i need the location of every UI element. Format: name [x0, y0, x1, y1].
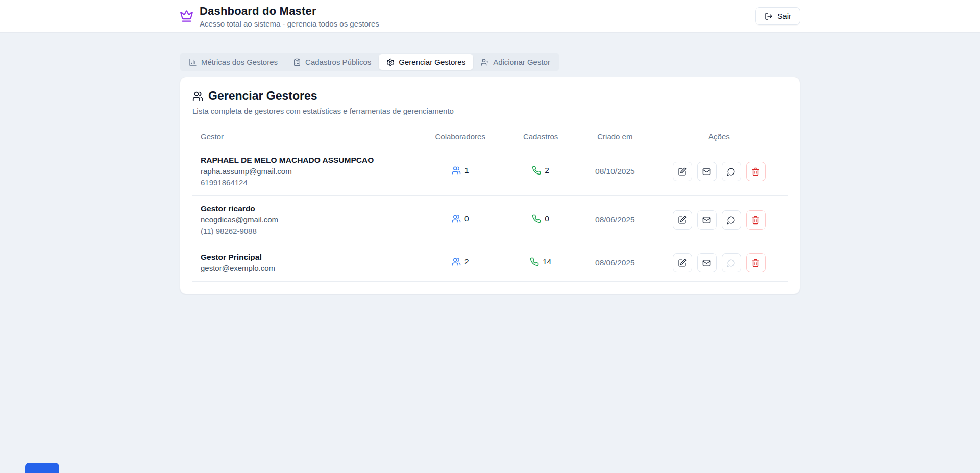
app-header: Dashboard do Master Acesso total ao sist…	[0, 0, 980, 33]
tab-cadastros-publicos[interactable]: Cadastros Públicos	[285, 54, 379, 70]
email-button[interactable]	[697, 162, 717, 181]
tab-label: Cadastros Públicos	[305, 58, 371, 66]
table-row: Gestor Principal gestor@exemplo.com 2	[192, 244, 788, 282]
panel-title-text: Gerenciar Gestores	[208, 89, 317, 103]
cadastros-count: 14	[530, 257, 551, 266]
brand: Dashboard do Master Acesso total ao sist…	[180, 5, 379, 28]
message-button[interactable]	[722, 210, 741, 230]
chat-icon	[727, 167, 736, 176]
gestor-phone: 61991864124	[201, 177, 410, 188]
panel-title: Gerenciar Gestores	[192, 89, 788, 103]
email-button[interactable]	[697, 253, 717, 272]
users-icon	[452, 214, 461, 223]
edit-button[interactable]	[673, 253, 692, 272]
cadastros-count: 2	[532, 166, 549, 175]
mail-icon	[702, 216, 711, 225]
bar-chart-icon	[189, 58, 197, 66]
logout-label: Sair	[777, 12, 791, 20]
gestor-email: gestor@exemplo.com	[201, 263, 410, 274]
chat-icon	[727, 216, 736, 225]
tab-label: Métricas dos Gestores	[201, 58, 278, 66]
chat-icon	[727, 259, 736, 267]
gestor-name: Gestor Principal	[201, 252, 410, 263]
panel-subtitle: Lista completa de gestores com estatísti…	[192, 107, 788, 115]
user-plus-icon	[481, 58, 489, 66]
gestor-name: Gestor ricardo	[201, 203, 410, 214]
main-content: Métricas dos Gestores Cadastros Públicos…	[180, 33, 800, 294]
trash-icon	[751, 167, 760, 176]
trash-icon	[751, 259, 760, 267]
phone-icon	[532, 214, 541, 223]
delete-button[interactable]	[746, 253, 766, 272]
column-header-criado-em: Criado em	[579, 126, 651, 147]
created-date: 08/06/2025	[579, 244, 651, 282]
tab-metricas-dos-gestores[interactable]: Métricas dos Gestores	[181, 54, 285, 70]
column-header-gestor: Gestor	[192, 126, 419, 147]
edit-button[interactable]	[673, 162, 692, 181]
edit-icon	[678, 259, 687, 267]
tab-adicionar-gestor[interactable]: Adicionar Gestor	[473, 54, 558, 70]
tab-gerenciar-gestores[interactable]: Gerenciar Gestores	[379, 54, 473, 70]
colaboradores-count: 0	[452, 214, 469, 223]
edit-icon	[678, 167, 687, 176]
users-icon	[452, 166, 461, 175]
crown-icon	[180, 9, 193, 23]
users-icon	[452, 257, 461, 266]
message-button[interactable]	[722, 162, 741, 181]
column-header-colaboradores: Colaboradores	[419, 126, 502, 147]
delete-button[interactable]	[746, 210, 766, 230]
phone-icon	[532, 166, 541, 175]
table-row: Gestor ricardo neogdicas@gmail.com (11) …	[192, 196, 788, 244]
created-date: 08/06/2025	[579, 196, 651, 244]
tab-label: Gerenciar Gestores	[399, 58, 465, 66]
users-icon	[192, 91, 203, 102]
phone-icon	[530, 257, 539, 266]
delete-button[interactable]	[746, 162, 766, 181]
mail-icon	[702, 259, 711, 267]
gestor-name: RAPHAEL DE MELO MACHADO ASSUMPCAO	[201, 155, 410, 166]
email-button[interactable]	[697, 210, 717, 230]
page-subtitle: Acesso total ao sistema - gerencia todos…	[200, 19, 379, 28]
trash-icon	[751, 216, 760, 225]
tab-bar: Métricas dos Gestores Cadastros Públicos…	[180, 53, 559, 71]
mail-icon	[702, 167, 711, 176]
logout-icon	[765, 12, 773, 20]
bottom-left-blue-badge	[25, 463, 59, 473]
gestor-email: rapha.assump@gmail.com	[201, 166, 410, 177]
gestor-phone: (11) 98262-9088	[201, 226, 410, 237]
created-date: 08/10/2025	[579, 147, 651, 196]
cadastros-count: 0	[532, 214, 549, 223]
column-header-acoes: Ações	[651, 126, 788, 147]
table-header-row: Gestor Colaboradores Cadastros Criado em…	[192, 126, 788, 147]
edit-icon	[678, 216, 687, 225]
colaboradores-count: 2	[452, 257, 469, 266]
clipboard-icon	[293, 58, 301, 66]
colaboradores-count: 1	[452, 166, 469, 175]
message-button[interactable]	[722, 253, 741, 272]
gerenciar-gestores-panel: Gerenciar Gestores Lista completa de ges…	[180, 77, 800, 294]
gear-icon	[386, 58, 395, 66]
tab-label: Adicionar Gestor	[493, 58, 550, 66]
gestores-table: Gestor Colaboradores Cadastros Criado em…	[192, 126, 788, 282]
table-row: RAPHAEL DE MELO MACHADO ASSUMPCAO rapha.…	[192, 147, 788, 196]
logout-button[interactable]: Sair	[755, 7, 800, 25]
column-header-cadastros: Cadastros	[502, 126, 579, 147]
page-title: Dashboard do Master	[200, 5, 379, 18]
gestor-email: neogdicas@gmail.com	[201, 214, 410, 226]
edit-button[interactable]	[673, 210, 692, 230]
